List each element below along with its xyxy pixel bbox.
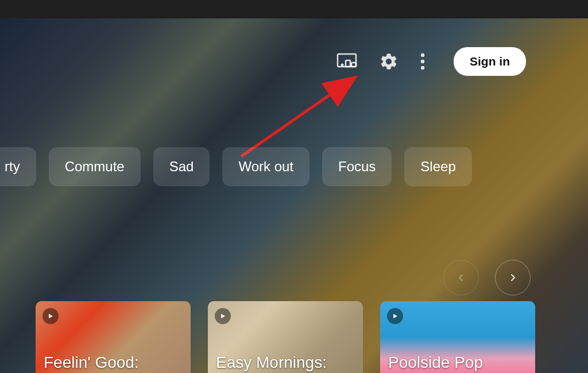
carousel-nav <box>443 260 531 295</box>
more-vertical-icon[interactable] <box>420 53 425 70</box>
svg-point-1 <box>341 64 344 67</box>
chip-sad[interactable]: Sad <box>153 147 210 186</box>
svg-marker-10 <box>221 314 225 318</box>
carousel-next-button[interactable] <box>495 260 531 295</box>
mood-chips-row: rty Commute Sad Work out Focus Sleep <box>0 147 472 186</box>
chip-work-out[interactable]: Work out <box>222 147 310 186</box>
playlist-cards-row: Feelin' Good: Easy Mornings: Poolside Po… <box>36 301 535 373</box>
playlist-card[interactable]: Easy Mornings: <box>208 301 363 373</box>
svg-rect-2 <box>346 60 350 67</box>
chevron-left-icon <box>457 273 466 282</box>
svg-point-6 <box>421 66 424 70</box>
chevron-right-icon <box>508 273 517 282</box>
main-content: Sign in rty Commute Sad Work out Focus S… <box>0 18 588 373</box>
svg-marker-11 <box>393 314 397 318</box>
card-title: Poolside Pop <box>388 353 483 372</box>
play-badge-icon <box>387 308 403 324</box>
sign-in-button[interactable]: Sign in <box>454 47 526 76</box>
gear-icon[interactable] <box>379 52 399 71</box>
chip-party-partial[interactable]: rty <box>0 147 36 186</box>
playlist-card[interactable]: Feelin' Good: <box>36 301 191 373</box>
chip-commute[interactable]: Commute <box>49 147 141 186</box>
svg-rect-3 <box>351 63 356 67</box>
svg-point-4 <box>421 53 424 57</box>
chip-sleep[interactable]: Sleep <box>404 147 471 186</box>
play-badge-icon <box>42 308 59 324</box>
app-top-bar <box>0 0 588 18</box>
top-controls: Sign in <box>336 47 526 76</box>
svg-point-5 <box>421 60 424 63</box>
svg-marker-9 <box>49 314 53 318</box>
play-badge-icon <box>215 308 231 324</box>
card-title: Feelin' Good: <box>44 353 139 372</box>
playlist-card[interactable]: Poolside Pop <box>380 301 535 373</box>
cast-icon[interactable] <box>336 52 357 71</box>
carousel-prev-button[interactable] <box>443 260 479 295</box>
card-title: Easy Mornings: <box>216 353 327 372</box>
chip-focus[interactable]: Focus <box>322 147 392 186</box>
